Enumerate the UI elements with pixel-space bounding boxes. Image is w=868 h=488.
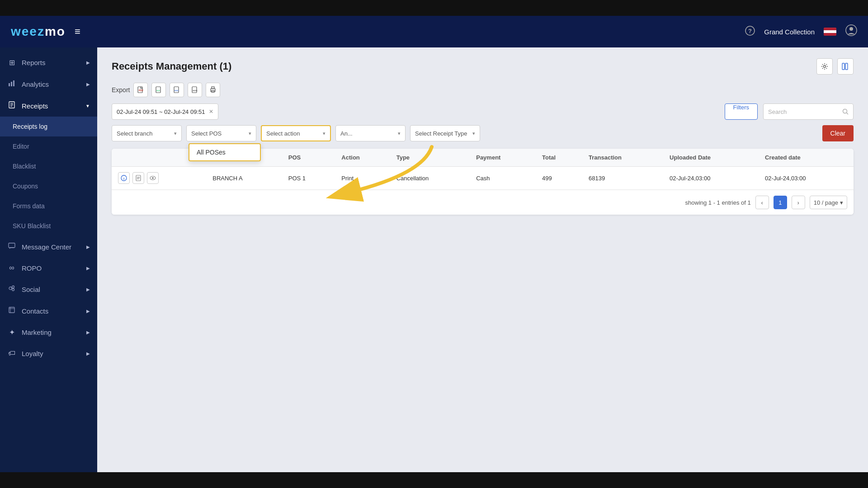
us-flag bbox=[824, 28, 836, 36]
cell-action: Print bbox=[335, 167, 390, 190]
receipt-type-select[interactable]: Select Receipt Type ▾ bbox=[410, 125, 480, 141]
page-size-chevron: ▾ bbox=[840, 199, 843, 206]
export-bar: Export PDF XLS DOC bbox=[112, 83, 854, 97]
analytics-icon bbox=[7, 80, 16, 89]
pos-dropdown-popup: All POSes bbox=[189, 143, 261, 161]
sidebar-item-label: Marketing bbox=[22, 328, 52, 336]
branch-select[interactable]: Select branch ▾ bbox=[112, 125, 182, 141]
sidebar-item-receipts[interactable]: Receipts ▼ bbox=[0, 95, 97, 117]
main-layout: ⊞ Reports ▶ Analytics ▶ bbox=[0, 47, 868, 472]
sidebar-item-analytics[interactable]: Analytics ▶ bbox=[0, 73, 97, 95]
filters-button[interactable]: Filters bbox=[725, 103, 758, 120]
social-icon bbox=[7, 285, 16, 294]
table-row: i bbox=[112, 167, 854, 190]
loyalty-arrow: ▶ bbox=[86, 351, 90, 356]
export-pdf-icon[interactable]: PDF bbox=[133, 83, 148, 97]
action-chevron: ▾ bbox=[323, 131, 326, 136]
black-bar-bottom bbox=[0, 472, 868, 488]
info-icon[interactable]: i bbox=[118, 172, 130, 184]
svg-rect-32 bbox=[212, 87, 214, 89]
pos-dropdown-option-all[interactable]: All POSes bbox=[189, 144, 260, 160]
col-total: Total bbox=[536, 149, 582, 167]
svg-point-44 bbox=[152, 177, 154, 179]
search-input-container[interactable]: Search bbox=[763, 103, 854, 120]
export-print-icon[interactable] bbox=[206, 83, 220, 97]
sidebar-item-label: Reports bbox=[22, 59, 46, 66]
message-center-icon bbox=[7, 242, 16, 251]
col-created-date: Created date bbox=[759, 149, 854, 167]
sidebar: ⊞ Reports ▶ Analytics ▶ bbox=[0, 47, 97, 472]
receipt-type-chevron: ▾ bbox=[472, 131, 475, 136]
sidebar-item-marketing[interactable]: ✦ Marketing ▶ bbox=[0, 322, 97, 343]
svg-text:JSON: JSON bbox=[193, 89, 198, 92]
receipt-type-label: Select Receipt Type bbox=[415, 130, 467, 137]
prev-page-btn[interactable]: ‹ bbox=[755, 196, 769, 209]
sidebar-item-social[interactable]: Social ▶ bbox=[0, 278, 97, 300]
loyalty-icon: 🏷 bbox=[7, 349, 16, 357]
page-1-btn[interactable]: 1 bbox=[774, 196, 787, 209]
svg-line-16 bbox=[12, 289, 12, 289]
svg-rect-4 bbox=[9, 83, 10, 86]
action-select[interactable]: Select action ▾ bbox=[261, 125, 331, 141]
pos-chevron: ▾ bbox=[249, 131, 251, 136]
export-xlsx-icon[interactable]: XLS bbox=[151, 83, 166, 97]
cell-pos: POS 1 bbox=[282, 167, 335, 190]
svg-text:?: ? bbox=[748, 28, 752, 34]
topbar-left: weezmo ≡ bbox=[11, 24, 80, 39]
columns-icon[interactable] bbox=[837, 58, 854, 75]
sidebar-item-coupons[interactable]: Coupons bbox=[0, 176, 97, 196]
svg-text:DOC: DOC bbox=[175, 89, 179, 92]
date-range-clear[interactable]: ✕ bbox=[209, 108, 213, 115]
svg-point-13 bbox=[12, 286, 14, 288]
pagination-showing: showing 1 - 1 entries of 1 bbox=[685, 199, 751, 206]
sidebar-item-forms-data[interactable]: Forms data bbox=[0, 196, 97, 216]
col-uploaded-date: Uploaded Date bbox=[663, 149, 759, 167]
sidebar-sub-label: Editor bbox=[13, 143, 29, 150]
receipts-arrow: ▼ bbox=[85, 103, 90, 108]
help-icon[interactable]: ? bbox=[745, 26, 755, 38]
another-select[interactable]: An... ▾ bbox=[335, 125, 406, 141]
page-title: Receipts Management (1) bbox=[112, 61, 231, 72]
user-avatar[interactable] bbox=[845, 24, 857, 39]
export-doc-icon[interactable]: DOC bbox=[170, 83, 184, 97]
svg-text:i: i bbox=[123, 177, 124, 181]
sidebar-item-blacklist[interactable]: Blacklist bbox=[0, 156, 97, 176]
sidebar-item-editor[interactable]: Editor bbox=[0, 136, 97, 156]
next-page-btn[interactable]: › bbox=[792, 196, 805, 209]
svg-rect-5 bbox=[11, 82, 12, 86]
cell-payment: Cash bbox=[470, 167, 536, 190]
hamburger-menu[interactable]: ≡ bbox=[75, 26, 80, 38]
settings-icon[interactable] bbox=[816, 58, 833, 75]
sidebar-item-receipts-log[interactable]: Receipts log bbox=[0, 117, 97, 136]
action-select-label: Select action bbox=[266, 130, 300, 137]
sidebar-sub-label: SKU Blacklist bbox=[13, 222, 51, 230]
page-size-select[interactable]: 10 / page ▾ bbox=[810, 196, 847, 209]
clear-button[interactable]: Clear bbox=[822, 125, 854, 141]
sidebar-sub-label: Blacklist bbox=[13, 163, 36, 170]
receipt-icon[interactable] bbox=[132, 172, 144, 184]
branch-select-label: Select branch bbox=[117, 130, 153, 137]
view-icon[interactable] bbox=[147, 172, 159, 184]
page-header: Receipts Management (1) bbox=[112, 58, 854, 75]
sidebar-item-ropo[interactable]: ∞ ROPO ▶ bbox=[0, 258, 97, 278]
page-size-label: 10 / page bbox=[814, 199, 838, 206]
sidebar-item-message-center[interactable]: Message Center ▶ bbox=[0, 236, 97, 258]
svg-rect-17 bbox=[9, 307, 14, 313]
sidebar-item-contacts[interactable]: Contacts ▶ bbox=[0, 300, 97, 322]
sidebar-item-loyalty[interactable]: 🏷 Loyalty ▶ bbox=[0, 343, 97, 364]
ropo-arrow: ▶ bbox=[86, 266, 90, 271]
cell-type: Cancellation bbox=[390, 167, 470, 190]
branch-chevron: ▾ bbox=[174, 131, 177, 136]
date-range-picker[interactable]: 02-Jul-24 09:51 ~ 02-Jul-24 09:51 ✕ bbox=[112, 103, 218, 120]
logo: weezmo bbox=[11, 24, 66, 39]
sidebar-item-reports[interactable]: ⊞ Reports ▶ bbox=[0, 52, 97, 73]
svg-rect-21 bbox=[842, 63, 844, 70]
ropo-icon: ∞ bbox=[7, 264, 16, 272]
row-action-icons: i bbox=[112, 167, 206, 190]
svg-line-15 bbox=[12, 287, 12, 288]
pos-select[interactable]: Select POS ▾ bbox=[186, 125, 256, 141]
cell-uploaded-date: 02-Jul-24,03:00 bbox=[663, 167, 759, 190]
search-placeholder: Search bbox=[768, 108, 787, 115]
sidebar-item-sku-blacklist[interactable]: SKU Blacklist bbox=[0, 216, 97, 236]
export-json-icon[interactable]: JSON bbox=[188, 83, 202, 97]
